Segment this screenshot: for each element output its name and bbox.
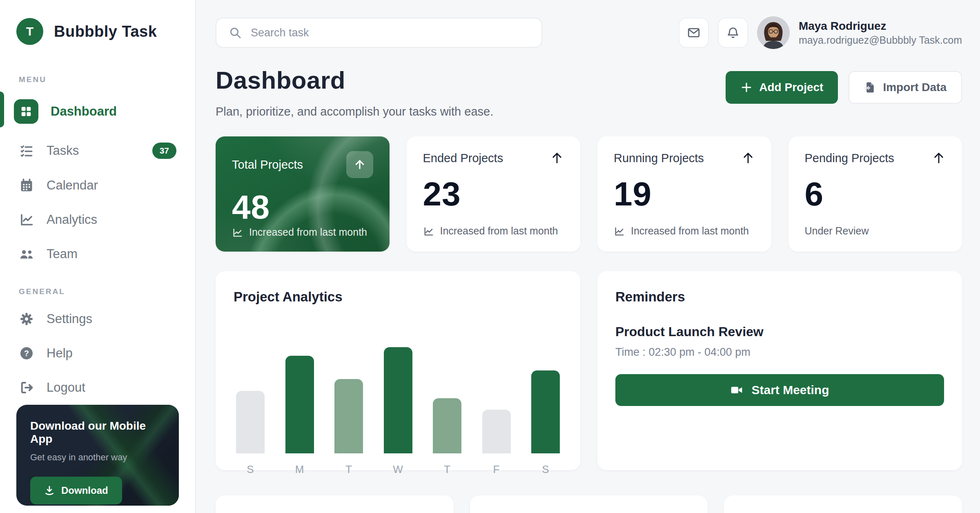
search-input[interactable] [251, 27, 529, 39]
sidebar-item-dashboard[interactable]: Dashboard [16, 90, 179, 133]
add-project-button[interactable]: Add Project [726, 71, 838, 104]
promo-title: Download our Mobile App [30, 419, 165, 446]
stat-card-ended-projects: Ended Projects 23 Increased from last mo… [407, 136, 581, 252]
bar-T-2 [334, 379, 363, 453]
sidebar-item-settings[interactable]: Settings [16, 302, 179, 336]
help-icon: ? [19, 346, 34, 361]
sidebar-item-label: Settings [47, 312, 92, 326]
axis-label: M [285, 463, 314, 476]
analytics-icon [19, 212, 34, 228]
axis-label: S [531, 463, 560, 476]
stat-note: Under Review [805, 225, 946, 237]
general-nav: Settings ? Help Logout [16, 302, 179, 405]
notifications-button[interactable] [718, 18, 748, 48]
time-tracker-card: Time Tracker [724, 495, 962, 513]
sidebar-item-label: Calendar [47, 178, 98, 193]
axis-label: T [334, 463, 363, 476]
import-icon [864, 81, 876, 94]
main-nav: Dashboard Tasks 37 Calendar Analytic [16, 90, 179, 271]
stat-card-total-projects: Total Projects 48 Increased from last mo… [216, 136, 390, 252]
sidebar: T Bubbbly Task MENU Dashboard Tasks 37 [0, 0, 196, 513]
bar-T-4 [433, 398, 461, 453]
download-button[interactable]: Download [30, 477, 122, 504]
import-data-button[interactable]: Import Data [849, 71, 962, 104]
stat-label: Running Projects [614, 152, 704, 165]
mail-icon [687, 26, 701, 40]
stat-value: 19 [614, 175, 755, 213]
sidebar-item-label: Team [47, 247, 78, 261]
stat-label: Total Projects [232, 158, 303, 172]
tasks-icon [19, 143, 34, 158]
svg-text:?: ? [24, 349, 29, 358]
sidebar-item-tasks[interactable]: Tasks 37 [16, 133, 179, 168]
plus-icon [740, 81, 753, 94]
stat-note: Increased from last month [423, 225, 564, 237]
analytics-axis-labels: SMTWTFS [234, 463, 562, 476]
sidebar-item-label: Help [47, 346, 73, 361]
app-window: T Bubbbly Task MENU Dashboard Tasks 37 [0, 0, 980, 513]
arrow-up-icon [741, 151, 755, 165]
reminders-card: Reminders Product Launch Review Time : 0… [597, 271, 962, 470]
user-meta: Maya Rodriguez maya.rodriguez@Bubbbly Ta… [799, 19, 962, 47]
active-indicator [0, 91, 4, 127]
topbar-right: Maya Rodriguez maya.rodriguez@Bubbbly Ta… [679, 16, 962, 49]
trend-icon [423, 225, 434, 237]
stat-value: 48 [232, 188, 373, 226]
topbar: Maya Rodriguez maya.rodriguez@Bubbbly Ta… [216, 16, 962, 49]
stat-value: 6 [805, 175, 946, 213]
sidebar-item-label: Tasks [47, 143, 79, 158]
messages-button[interactable] [679, 18, 709, 48]
user-name: Maya Rodriguez [799, 19, 962, 33]
sidebar-item-analytics[interactable]: Analytics [16, 203, 179, 237]
sidebar-item-calendar[interactable]: Calendar [16, 168, 179, 203]
reminder-event-title: Product Launch Review [615, 324, 944, 339]
page-subtitle: Plan, prioritize, and accomplish your ta… [216, 105, 493, 118]
general-section-label: GENERAL [19, 287, 179, 296]
team-card: Team [216, 495, 454, 513]
main-content: Maya Rodriguez maya.rodriguez@Bubbbly Ta… [196, 0, 980, 513]
page-header: Dashboard Plan, prioritize, and accompli… [216, 66, 962, 118]
project-progress-card: Project Progress [470, 495, 708, 513]
app-logo: T Bubbbly Task [16, 18, 179, 45]
stat-label: Ended Projects [423, 152, 503, 165]
stat-label: Pending Projects [805, 152, 894, 165]
bar-S-6 [531, 370, 560, 453]
page-actions: Add Project Import Data [726, 71, 962, 104]
axis-label: S [236, 463, 265, 476]
add-project-label: Add Project [759, 81, 823, 94]
promo-subtitle: Get easy in another way [30, 452, 165, 463]
tasks-count-badge: 37 [152, 143, 176, 159]
download-button-label: Download [61, 485, 108, 496]
sidebar-item-logout[interactable]: Logout [16, 370, 179, 405]
start-meeting-button[interactable]: Start Meeting [615, 374, 944, 406]
bar-W-3 [384, 347, 412, 453]
sidebar-item-help[interactable]: ? Help [16, 336, 179, 370]
sidebar-item-team[interactable]: Team [16, 237, 179, 271]
logo-icon: T [16, 18, 43, 45]
gear-icon [19, 311, 34, 327]
mobile-app-promo-card: Download our Mobile App Get easy in anot… [16, 405, 179, 506]
dashboard-grid-icon [14, 99, 38, 124]
page-title: Dashboard [216, 66, 493, 94]
start-meeting-label: Start Meeting [751, 383, 829, 397]
search-box[interactable] [216, 18, 542, 48]
stat-value: 23 [423, 175, 564, 213]
stat-card-pending-projects: Pending Projects 6 Under Review [788, 136, 962, 252]
team-icon [19, 246, 34, 262]
project-analytics-card: Project Analytics SMTWTFS [216, 271, 580, 470]
trend-icon [232, 227, 243, 238]
axis-label: T [433, 463, 461, 476]
arrow-up-icon[interactable] [346, 151, 373, 178]
axis-label: W [384, 463, 412, 476]
calendar-icon [19, 178, 34, 193]
arrow-up-icon [550, 151, 564, 165]
avatar[interactable] [757, 16, 790, 49]
download-icon [44, 485, 55, 496]
bar-S-0 [236, 391, 265, 453]
search-icon [229, 26, 242, 39]
stat-note: Increased from last month [614, 225, 755, 237]
reminder-event-time: Time : 02:30 pm - 04:00 pm [615, 346, 944, 359]
bar-F-5 [482, 410, 511, 453]
bottom-row: Team Project Progress Time Tracker [216, 495, 962, 513]
video-icon [730, 384, 743, 397]
